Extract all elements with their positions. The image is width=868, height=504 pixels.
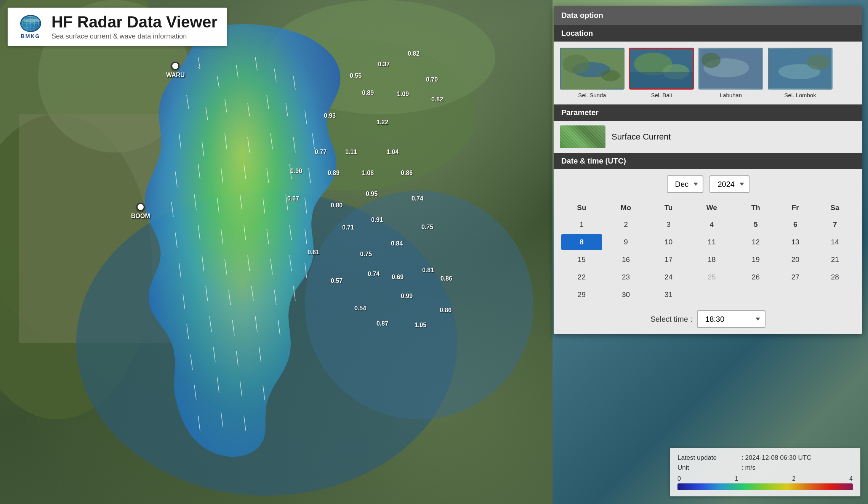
data-point-29: 0.69 xyxy=(392,274,404,281)
weekday-header-th: Th xyxy=(736,201,775,215)
data-point-0: 0.82 xyxy=(408,50,420,57)
calendar-day-11[interactable]: 11 xyxy=(689,234,735,250)
param-label: Surface Current xyxy=(612,132,671,142)
calendar-day-18[interactable]: 18 xyxy=(689,252,735,268)
calendar-day-empty xyxy=(777,287,814,303)
scale-label-0: 0 xyxy=(677,475,681,482)
weekday-header-su: Su xyxy=(561,201,602,215)
thumb-sel-lombok-img xyxy=(768,48,833,90)
calendar-day-7[interactable]: 7 xyxy=(815,217,855,233)
data-point-1: 0.37 xyxy=(378,61,390,68)
calendar-day-12[interactable]: 12 xyxy=(736,234,775,250)
unit-row: Unit : m/s xyxy=(677,464,853,472)
location-section-header: Location xyxy=(554,25,862,42)
weekday-header-tu: Tu xyxy=(650,201,687,215)
calendar-day-21[interactable]: 21 xyxy=(815,252,855,268)
logo-globe xyxy=(20,15,41,32)
panel-header: Data option xyxy=(554,6,862,25)
weekday-header-mo: Mo xyxy=(604,201,648,215)
calendar-day-empty xyxy=(689,287,735,303)
calendar-day-4[interactable]: 4 xyxy=(689,217,735,233)
calendar-day-3[interactable]: 3 xyxy=(650,217,687,233)
data-point-25: 0.84 xyxy=(391,240,403,247)
calendar-day-14[interactable]: 14 xyxy=(815,234,855,250)
calendar-day-8[interactable]: 8 xyxy=(561,234,602,250)
scale-label-4: 4 xyxy=(849,475,853,482)
data-point-26: 0.81 xyxy=(422,267,434,274)
data-point-11: 1.04 xyxy=(387,149,399,156)
parameter-area: Surface Current xyxy=(554,121,862,153)
data-point-27: 0.57 xyxy=(331,278,343,284)
marker-dot-waru xyxy=(171,62,179,70)
data-point-18: 0.95 xyxy=(366,191,378,197)
calendar-day-6[interactable]: 6 xyxy=(777,217,814,233)
thumb-sel-bali-img xyxy=(629,48,694,90)
data-point-23: 0.61 xyxy=(307,249,319,256)
calendar-day-28[interactable]: 28 xyxy=(815,269,855,285)
calendar-day-26[interactable]: 26 xyxy=(736,269,775,285)
calendar-day-19[interactable]: 19 xyxy=(736,252,775,268)
marker-waru: WARU xyxy=(166,62,185,79)
location-sel-sunda[interactable]: Sel. Sunda xyxy=(560,48,625,98)
data-point-8: 1.22 xyxy=(376,119,388,126)
svg-point-86 xyxy=(601,70,620,81)
weekday-header-we: We xyxy=(689,201,735,215)
datetime-section: Dec 2024 SuMoTuWeThFrSa 1234567891011121… xyxy=(554,169,862,334)
calendar-day-27[interactable]: 27 xyxy=(777,269,814,285)
logo-text: BMKG xyxy=(21,33,40,39)
thumb-sel-sunda-img xyxy=(560,48,625,90)
calendar-day-25[interactable]: 25 xyxy=(689,269,735,285)
location-sel-lombok[interactable]: Sel. Lombok xyxy=(768,48,833,98)
data-point-5: 1.09 xyxy=(397,91,409,98)
data-point-28: 0.74 xyxy=(368,271,380,278)
data-point-21: 0.91 xyxy=(371,217,383,223)
header-box: BMKG HF Radar Data Viewer Sea surface cu… xyxy=(8,8,227,46)
latest-update-row: Latest update : 2024-12-08 06:30 UTC xyxy=(677,454,853,462)
location-labuhan[interactable]: Labuhan xyxy=(698,48,763,98)
time-label: Select time : xyxy=(650,315,692,324)
calendar-day-16[interactable]: 16 xyxy=(604,252,648,268)
calendar-table: SuMoTuWeThFrSa 1234567891011121314151617… xyxy=(560,199,856,304)
calendar-day-9[interactable]: 9 xyxy=(604,234,648,250)
svg-rect-90 xyxy=(630,72,693,88)
marker-boom: BOOM xyxy=(131,203,150,220)
data-point-14: 1.08 xyxy=(362,170,374,177)
calendar-day-17[interactable]: 17 xyxy=(650,252,687,268)
calendar-day-1[interactable]: 1 xyxy=(561,217,602,233)
app-title: HF Radar Data Viewer xyxy=(51,13,218,31)
app-subtitle: Sea surface current & wave data informat… xyxy=(51,32,218,40)
calendar-day-24[interactable]: 24 xyxy=(650,269,687,285)
location-sel-bali[interactable]: Sel. Bali xyxy=(629,48,694,98)
weekday-header-sa: Sa xyxy=(815,201,855,215)
time-selector[interactable]: 18:30 xyxy=(697,310,766,328)
calendar-day-13[interactable]: 13 xyxy=(777,234,814,250)
scale-label-1: 1 xyxy=(735,475,738,482)
data-point-4: 0.89 xyxy=(362,90,374,96)
scale-label-2: 2 xyxy=(792,475,796,482)
unit-label: Unit xyxy=(677,464,738,472)
marker-label-boom: BOOM xyxy=(131,213,150,220)
calendar-day-29[interactable]: 29 xyxy=(561,287,602,303)
data-point-13: 0.89 xyxy=(328,170,340,177)
scale-bar xyxy=(677,483,853,490)
data-point-2: 0.55 xyxy=(350,72,362,79)
data-point-24: 0.75 xyxy=(360,251,372,258)
year-selector[interactable]: 2024 xyxy=(709,175,749,193)
unit-value: : m/s xyxy=(741,464,756,472)
calendar-day-30[interactable]: 30 xyxy=(604,287,648,303)
data-point-30: 0.86 xyxy=(440,275,452,282)
thumb-sel-sunda-label: Sel. Sunda xyxy=(578,92,606,98)
calendar-day-5[interactable]: 5 xyxy=(736,217,775,233)
calendar-day-23[interactable]: 23 xyxy=(604,269,648,285)
svg-point-96 xyxy=(807,55,830,70)
right-panel: Data option Location Sel. Sunda xyxy=(554,6,862,334)
month-selector[interactable]: Dec xyxy=(667,175,703,193)
calendar-day-15[interactable]: 15 xyxy=(561,252,602,268)
calendar-day-31[interactable]: 31 xyxy=(650,287,687,303)
calendar-day-2[interactable]: 2 xyxy=(604,217,648,233)
calendar-day-10[interactable]: 10 xyxy=(650,234,687,250)
data-point-6: 0.82 xyxy=(431,96,443,103)
scale-bar-container: 0124 xyxy=(677,475,853,490)
calendar-day-22[interactable]: 22 xyxy=(561,269,602,285)
calendar-day-20[interactable]: 20 xyxy=(777,252,814,268)
